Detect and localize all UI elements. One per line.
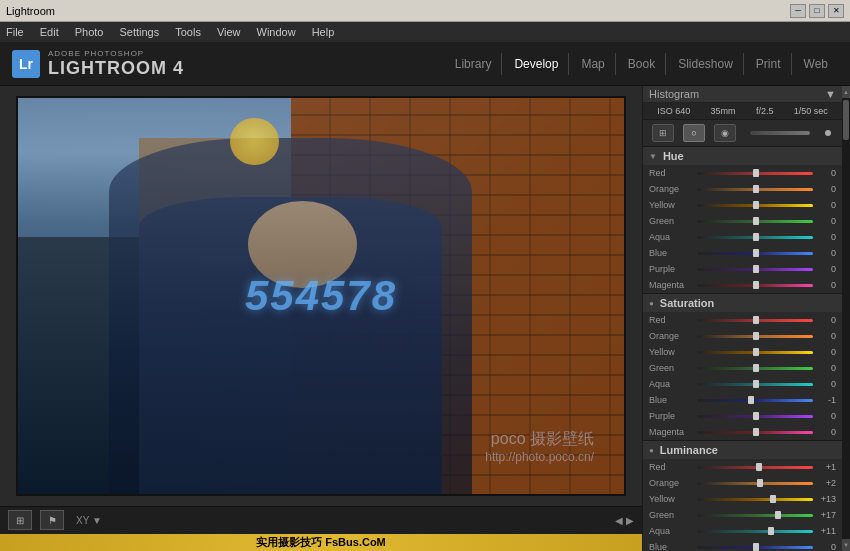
hue-red-slider[interactable] [697, 172, 813, 175]
hue-magenta-slider[interactable] [697, 284, 813, 287]
menu-view[interactable]: View [217, 26, 241, 38]
window-controls: ─ □ ✕ [790, 4, 844, 18]
maximize-button[interactable]: □ [809, 4, 825, 18]
menu-photo[interactable]: Photo [75, 26, 104, 38]
hue-section: ▼ Hue Red 0 Orange 0 Yellow 0 [643, 147, 842, 294]
hue-purple-slider[interactable] [697, 268, 813, 271]
exif-iso: ISO 640 [657, 106, 690, 116]
hue-orange-slider[interactable] [697, 188, 813, 191]
hue-magenta-label: Magenta [649, 280, 694, 290]
circle-tool-icon[interactable]: ○ [683, 124, 705, 142]
module-map[interactable]: Map [571, 53, 615, 75]
scroll-track [842, 98, 850, 539]
close-button[interactable]: ✕ [828, 4, 844, 18]
exif-aperture: f/2.5 [756, 106, 774, 116]
logo-area: Lr ADOBE PHOTOSHOP LIGHTROOM 4 [12, 49, 184, 79]
saturation-title: Saturation [660, 297, 714, 309]
exif-shutter: 1/50 sec [794, 106, 828, 116]
adobe-label: ADOBE PHOTOSHOP [48, 49, 184, 58]
menu-file[interactable]: File [6, 26, 24, 38]
hue-magenta-row: Magenta 0 [643, 277, 842, 293]
hue-green-slider[interactable] [697, 220, 813, 223]
hue-arrow: ▼ [649, 152, 657, 161]
exif-bar: ISO 640 35mm f/2.5 1/50 sec [643, 103, 842, 120]
exif-focal: 35mm [711, 106, 736, 116]
panel-slider[interactable] [750, 131, 810, 135]
scroll-thumb[interactable] [843, 100, 849, 140]
hue-yellow-value: 0 [816, 200, 836, 210]
app-name: LIGHTROOM 4 [48, 58, 184, 79]
luminance-header[interactable]: ● Luminance [643, 441, 842, 459]
hue-purple-label: Purple [649, 264, 694, 274]
menu-settings[interactable]: Settings [119, 26, 159, 38]
image-area: 554578 poco 摄影壁纸 http://photo.poco.cn/ [0, 86, 642, 506]
top-nav: Lr ADOBE PHOTOSHOP LIGHTROOM 4 Library D… [0, 42, 850, 86]
saturation-header[interactable]: ● Saturation [643, 294, 842, 312]
hue-green-value: 0 [816, 216, 836, 226]
module-web[interactable]: Web [794, 53, 838, 75]
grid-tool-icon[interactable]: ⊞ [652, 124, 674, 142]
hue-purple-value: 0 [816, 264, 836, 274]
right-panel: Histogram ▼ [642, 86, 842, 551]
view-mode-button[interactable]: ⊞ [8, 510, 32, 530]
hue-header[interactable]: ▼ Hue [643, 147, 842, 165]
lr-badge: Lr [12, 50, 40, 78]
hue-green-row: Green 0 [643, 213, 842, 229]
minimize-button[interactable]: ─ [790, 4, 806, 18]
hue-blue-slider[interactable] [697, 252, 813, 255]
app-title: Lightroom [6, 5, 55, 17]
hue-orange-value: 0 [816, 184, 836, 194]
menubar: File Edit Photo Settings Tools View Wind… [0, 22, 850, 42]
scroll-down-button[interactable]: ▼ [842, 539, 850, 551]
hue-yellow-row: Yellow 0 [643, 197, 842, 213]
module-print[interactable]: Print [746, 53, 792, 75]
hue-orange-row: Orange 0 [643, 181, 842, 197]
histogram-header[interactable]: Histogram ▼ [643, 86, 842, 103]
menu-window[interactable]: Window [257, 26, 296, 38]
module-slideshow[interactable]: Slideshow [668, 53, 744, 75]
photo-frame: 554578 poco 摄影壁纸 http://photo.poco.cn/ [16, 96, 626, 496]
hue-yellow-label: Yellow [649, 200, 694, 210]
module-develop[interactable]: Develop [504, 53, 569, 75]
hue-aqua-value: 0 [816, 232, 836, 242]
luminance-title: Luminance [660, 444, 718, 456]
right-scrollbar[interactable]: ▲ ▼ [842, 86, 850, 551]
module-book[interactable]: Book [618, 53, 666, 75]
menu-tools[interactable]: Tools [175, 26, 201, 38]
saturation-arrow: ● [649, 299, 654, 308]
luminance-arrow: ● [649, 446, 654, 455]
hue-orange-label: Orange [649, 184, 694, 194]
saturation-section: ● Saturation Red0 Orange0 Yellow0 Green0… [643, 294, 842, 441]
credit-text: 实用摄影技巧 FsBus.CoM [256, 535, 386, 550]
hue-blue-label: Blue [649, 248, 694, 258]
hue-green-label: Green [649, 216, 694, 226]
slider-thumb-indicator [825, 130, 831, 136]
hue-red-row: Red 0 [643, 165, 842, 181]
menu-edit[interactable]: Edit [40, 26, 59, 38]
photo-scroll[interactable]: ◀ ▶ [615, 515, 634, 526]
hue-aqua-slider[interactable] [697, 236, 813, 239]
luminance-section: ● Luminance Red+1 Orange+2 Yellow+13 Gre… [643, 441, 842, 551]
scroll-up-button[interactable]: ▲ [842, 86, 850, 98]
hue-purple-row: Purple 0 [643, 261, 842, 277]
histogram-label: Histogram [649, 88, 699, 100]
hue-magenta-value: 0 [816, 280, 836, 290]
hue-red-value: 0 [816, 168, 836, 178]
hue-blue-row: Blue 0 [643, 245, 842, 261]
main-panel: 554578 poco 摄影壁纸 http://photo.poco.cn/ ⊞… [0, 86, 642, 551]
bottom-toolbar: ⊞ ⚑ XY ▼ ◀ ▶ [0, 506, 642, 534]
logo-text: ADOBE PHOTOSHOP LIGHTROOM 4 [48, 49, 184, 79]
flag-button[interactable]: ⚑ [40, 510, 64, 530]
menu-help[interactable]: Help [312, 26, 335, 38]
module-library[interactable]: Library [445, 53, 503, 75]
xy-label[interactable]: XY ▼ [76, 515, 102, 526]
hue-aqua-label: Aqua [649, 232, 694, 242]
hue-blue-value: 0 [816, 248, 836, 258]
dial-tool-icon[interactable]: ◉ [714, 124, 736, 142]
hue-title: Hue [663, 150, 684, 162]
hue-yellow-slider[interactable] [697, 204, 813, 207]
module-nav: Library Develop Map Book Slideshow Print… [445, 53, 838, 75]
credit-bar: 实用摄影技巧 FsBus.CoM [0, 534, 642, 551]
hue-red-label: Red [649, 168, 694, 178]
content-area: 554578 poco 摄影壁纸 http://photo.poco.cn/ ⊞… [0, 86, 850, 551]
